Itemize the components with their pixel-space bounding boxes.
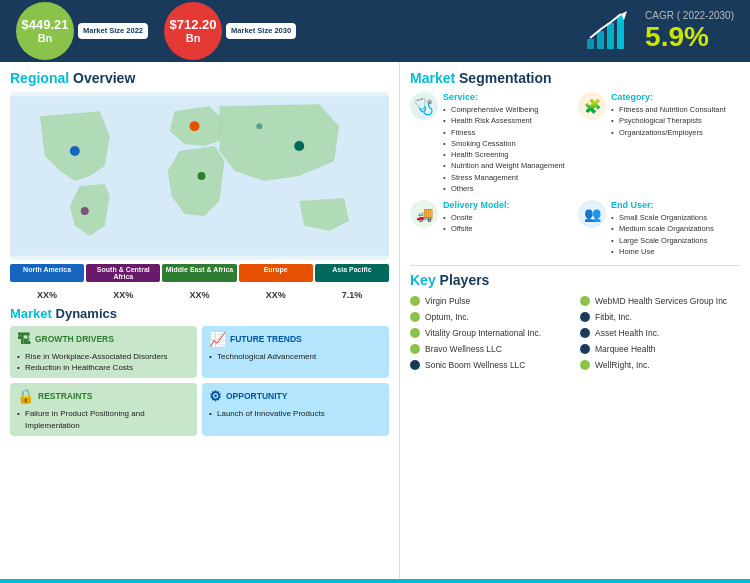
enduser-label: End User:: [611, 200, 740, 210]
svg-rect-2: [607, 23, 614, 49]
world-map-container: [10, 92, 389, 260]
enduser-item-4: Home Use: [611, 246, 740, 257]
player-asset: Asset Health Inc.: [580, 326, 740, 340]
badge-2030: $712.20 Bn: [164, 2, 222, 60]
future-trends-label: FUTURE TRENDS: [230, 334, 302, 344]
badge-2030-value: $712.20: [170, 17, 217, 33]
player-name-2: WebMD Health Services Group Inc: [595, 296, 727, 306]
player-webmd: WebMD Health Services Group Inc: [580, 294, 740, 308]
region-asia-pacific: Asia Pacific: [315, 264, 389, 282]
opportunity-card: ⚙ OPPORTUNITY Launch of Innovative Produ…: [202, 383, 389, 435]
left-panel: Regional Overview: [0, 62, 400, 583]
region-middle-east: Middle East & Africa: [162, 264, 236, 282]
future-trends-header: 📈 FUTURE TRENDS: [209, 331, 382, 347]
svg-rect-1: [597, 31, 604, 49]
opportunity-icon: ⚙: [209, 388, 222, 404]
svg-point-9: [198, 172, 206, 180]
player-name-10: WellRight, Inc.: [595, 360, 650, 370]
opportunity-list: Launch of Innovative Products: [209, 408, 382, 419]
restraints-list: Failure in Product Positioning and Imple…: [17, 408, 190, 430]
badge-2022-value: $449.21: [22, 17, 69, 33]
category-item-3: Organizations/Employers: [611, 127, 740, 138]
player-vitality: Vitality Group International Inc.: [410, 326, 570, 340]
restraints-header: 🔒 RESTRAINTS: [17, 388, 190, 404]
service-item-7: Stress Management: [443, 172, 572, 183]
restraints-item-1: Failure in Product Positioning and Imple…: [17, 408, 190, 430]
service-icon: 🩺: [410, 92, 438, 120]
enduser-content: End User: Small Scale Organizations Medi…: [611, 200, 740, 257]
segmentation-grid: 🩺 Service: Comprehensive Wellbeing Healt…: [410, 92, 740, 257]
category-list: Fitness and Nutrition Consultant Psychol…: [611, 104, 740, 138]
player-sonic: Sonic Boom Wellness LLC: [410, 358, 570, 372]
region-europe: Europe: [239, 264, 313, 282]
right-panel: Market Segmentation 🩺 Service: Comprehen…: [400, 62, 750, 583]
player-dot-2: [580, 296, 590, 306]
header: $449.21 Bn Market Size 2022 $712.20 Bn M…: [0, 0, 750, 62]
cagr-label: CAGR ( 2022-2030): [645, 10, 734, 21]
player-dot-8: [580, 344, 590, 354]
pct-eu: XX%: [239, 290, 313, 300]
restraints-label: RESTRAINTS: [38, 391, 92, 401]
pct-sa: XX%: [86, 290, 160, 300]
category-icon: 🧩: [578, 92, 606, 120]
delivery-label: Delivery Model:: [443, 200, 572, 210]
world-map-svg: [10, 92, 389, 260]
growth-drivers-list: Rise in Workplace-Associated Disorders R…: [17, 351, 190, 373]
svg-point-8: [190, 121, 200, 131]
service-list: Comprehensive Wellbeing Health Risk Asse…: [443, 104, 572, 194]
dynamics-grid: 🏗 GROWTH DRIVERS Rise in Workplace-Assoc…: [10, 326, 389, 436]
player-name-3: Optum, Inc.: [425, 312, 469, 322]
player-fitbit: Fitbit, Inc.: [580, 310, 740, 324]
player-name-9: Sonic Boom Wellness LLC: [425, 360, 525, 370]
player-marquee: Marquee Health: [580, 342, 740, 356]
player-bravo: Bravo Wellness LLC: [410, 342, 570, 356]
key-players-title: Key Players: [410, 272, 740, 288]
service-item-4: Smoking Cessation: [443, 138, 572, 149]
cagr-value: 5.9%: [645, 21, 734, 53]
player-dot-10: [580, 360, 590, 370]
service-item-2: Health Risk Assessment: [443, 115, 572, 126]
player-wellright: WellRight, Inc.: [580, 358, 740, 372]
restraints-icon: 🔒: [17, 388, 34, 404]
seg-service: 🩺 Service: Comprehensive Wellbeing Healt…: [410, 92, 572, 194]
growth-drivers-card: 🏗 GROWTH DRIVERS Rise in Workplace-Assoc…: [10, 326, 197, 378]
delivery-content: Delivery Model: Onsite Offsite: [443, 200, 572, 235]
market-dynamics-title: Market Dynamics: [10, 306, 389, 321]
opportunity-label: OPPORTUNITY: [226, 391, 287, 401]
opportunity-item-1: Launch of Innovative Products: [209, 408, 382, 419]
service-label: Service:: [443, 92, 572, 102]
player-dot-4: [580, 312, 590, 322]
service-item-6: Nutrition and Weight Management: [443, 160, 572, 171]
seg-enduser: 👥 End User: Small Scale Organizations Me…: [578, 200, 740, 257]
cagr-section: CAGR ( 2022-2030) 5.9%: [585, 10, 734, 53]
player-name-8: Marquee Health: [595, 344, 655, 354]
svg-rect-3: [617, 15, 624, 49]
service-item-5: Health Screening: [443, 149, 572, 160]
category-content: Category: Fitness and Nutrition Consulta…: [611, 92, 740, 138]
player-dot-9: [410, 360, 420, 370]
delivery-list: Onsite Offsite: [443, 212, 572, 235]
trends-item-1: Technological Advancement: [209, 351, 382, 362]
growth-item-1: Rise in Workplace-Associated Disorders: [17, 351, 190, 362]
player-dot-1: [410, 296, 420, 306]
player-name-1: Virgin Pulse: [425, 296, 470, 306]
player-name-6: Asset Health Inc.: [595, 328, 659, 338]
svg-point-6: [70, 146, 80, 156]
growth-item-2: Reduction in Healthcare Costs: [17, 362, 190, 373]
players-grid: Virgin Pulse WebMD Health Services Group…: [410, 294, 740, 372]
region-north-america: North America: [10, 264, 84, 282]
svg-point-11: [256, 123, 262, 129]
svg-rect-0: [587, 39, 594, 49]
player-name-4: Fitbit, Inc.: [595, 312, 632, 322]
divider: [410, 265, 740, 266]
delivery-item-1: Onsite: [443, 212, 572, 223]
region-labels: North America South & Central Africa Mid…: [10, 264, 389, 282]
category-item-1: Fitness and Nutrition Consultant: [611, 104, 740, 115]
page-wrapper: $449.21 Bn Market Size 2022 $712.20 Bn M…: [0, 0, 750, 583]
region-south-africa: South & Central Africa: [86, 264, 160, 282]
player-dot-6: [580, 328, 590, 338]
player-dot-5: [410, 328, 420, 338]
service-item-1: Comprehensive Wellbeing: [443, 104, 572, 115]
badge-2022: $449.21 Bn: [16, 2, 74, 60]
category-item-2: Psychological Therapists: [611, 115, 740, 126]
